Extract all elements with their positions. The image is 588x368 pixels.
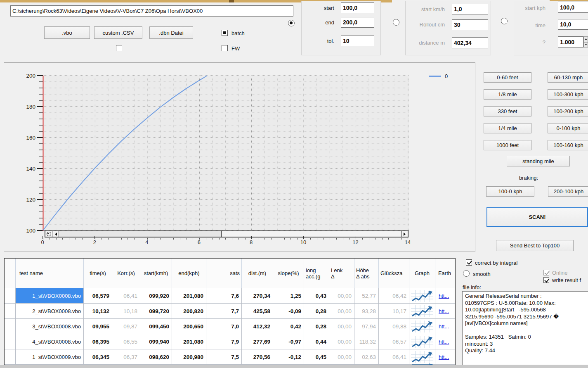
cell-lenk[interactable]: 00,00	[329, 319, 354, 334]
graph-icon[interactable]	[411, 321, 433, 332]
cell-dist[interactable]: 412,32	[242, 319, 273, 334]
mode-radio-distance[interactable]	[393, 19, 399, 26]
cell-glueck[interactable]: 06,57	[379, 334, 409, 349]
cell-korr[interactable]: 06,37	[112, 349, 140, 364]
send-best-to-top100-button[interactable]: Send Best to Top100	[496, 240, 574, 251]
mode-radio-time[interactable]	[501, 18, 508, 24]
standing-mile-button[interactable]: standing mile	[507, 156, 570, 166]
tol-field[interactable]	[341, 36, 374, 46]
end-field[interactable]	[341, 17, 374, 28]
column-header-name[interactable]: test name	[16, 259, 84, 288]
cell-end[interactable]: 200,980	[172, 349, 206, 364]
cell-glueck[interactable]: 10,17	[379, 304, 409, 318]
graph-icon[interactable]	[411, 336, 433, 348]
cell-time[interactable]: 06,345	[84, 349, 112, 364]
scrollbar-track[interactable]	[222, 231, 401, 237]
mode-radio-speed-range[interactable]	[288, 20, 295, 26]
correct-by-integral-checkbox[interactable]	[466, 259, 472, 266]
scrollbar-thumb[interactable]	[59, 231, 222, 237]
preset-100-300-kph-button[interactable]: 100-300 kph	[548, 89, 588, 100]
factor-field[interactable]	[558, 36, 583, 47]
preset-quarter-mile-button[interactable]: 1/4 mile	[484, 123, 531, 133]
cell-end[interactable]: 201,080	[172, 288, 206, 303]
cell-slope[interactable]: -0,09	[273, 304, 304, 318]
column-header-time[interactable]: time(s)	[84, 259, 112, 288]
csv-extra-checkbox[interactable]	[116, 45, 122, 51]
cell-acc[interactable]: 0,45	[304, 349, 329, 364]
cell-graph[interactable]	[409, 334, 435, 349]
cell-korr[interactable]: 09,87	[112, 319, 140, 334]
cell-hoehe[interactable]: 97,94	[354, 319, 379, 334]
batch-checkbox[interactable]	[222, 30, 228, 36]
cell-name[interactable]: 4_st\VBOX0008.vbo	[16, 334, 84, 349]
start-kmh-field[interactable]	[452, 4, 488, 14]
cell-start[interactable]: 098,620	[140, 349, 172, 364]
table-row[interactable]: 2_st\VBOX0008.vbo10,13210,18099,720200,8…	[5, 304, 455, 319]
cell-graph[interactable]	[409, 304, 435, 318]
cell-acc[interactable]: 0,44	[304, 334, 329, 349]
graph-icon[interactable]	[411, 290, 433, 302]
cell-glueck[interactable]: 09,88	[379, 319, 409, 334]
earth-link[interactable]: htt...	[439, 339, 449, 345]
cell-earth[interactable]: htt...	[435, 334, 454, 349]
column-header-lenk[interactable]: Lenk Δ	[329, 259, 354, 288]
preset-1000-feet-button[interactable]: 1000 feet	[484, 140, 531, 150]
cell-earth[interactable]: htt...	[435, 319, 454, 334]
preset-100-200-kph-button[interactable]: 100-200 kph	[548, 106, 588, 116]
cell-hoehe[interactable]: 02,63	[354, 349, 379, 364]
braking-200-100-kph-button[interactable]: 200-100 kph	[548, 186, 588, 197]
file-path-input[interactable]	[10, 5, 293, 17]
cell-slope[interactable]: 0,42	[273, 319, 304, 334]
table-row[interactable]: 1_st\VBOX0009.vbo06,34506,37098,620200,9…	[5, 349, 455, 365]
cell-graph[interactable]	[409, 349, 435, 364]
cell-graph[interactable]	[409, 288, 435, 303]
results-table[interactable]: test nametime(s)Korr.(s)start(kmh)end(kp…	[4, 258, 456, 368]
cell-name[interactable]: 1_st\VBOX0009.vbo	[16, 349, 84, 364]
cell-time[interactable]: 06,395	[84, 334, 112, 349]
earth-link[interactable]: htt...	[439, 323, 449, 330]
cell-end[interactable]: 200,820	[172, 304, 206, 318]
cell-dist[interactable]: 277,69	[242, 334, 273, 349]
cell-start[interactable]: 099,450	[140, 319, 172, 334]
cell-korr[interactable]: 06,55	[112, 334, 140, 349]
cell-earth[interactable]: htt...	[435, 288, 454, 303]
cell-sats[interactable]: 7,5	[206, 349, 242, 364]
cell-graph[interactable]	[409, 319, 435, 334]
column-header-start[interactable]: start(kmh)	[140, 259, 172, 288]
scroll-left-icon[interactable]	[52, 231, 59, 237]
graph-icon[interactable]	[411, 351, 433, 363]
time-field[interactable]	[558, 19, 588, 30]
fw-checkbox[interactable]	[222, 45, 228, 51]
preset-100-160-kph-button[interactable]: 100-160 kph	[548, 140, 588, 150]
cell-slope[interactable]: 1,25	[273, 288, 304, 303]
column-header-korr[interactable]: Korr.(s)	[112, 259, 140, 288]
cell-acc[interactable]: 0,28	[304, 319, 329, 334]
preset-0-60-feet-button[interactable]: 0-60 feet	[484, 72, 531, 83]
cell-korr[interactable]: 10,18	[112, 304, 140, 318]
preset-0-100-kph-button[interactable]: 0-100 kph	[548, 123, 588, 133]
cell-earth[interactable]: htt...	[435, 304, 454, 318]
cell-earth[interactable]: htt...	[435, 349, 454, 364]
cell-korr[interactable]: 06,41	[112, 288, 140, 303]
distance-m-field[interactable]	[452, 37, 488, 48]
cell-sats[interactable]: 7,7	[206, 304, 242, 318]
cell-start[interactable]: 099,920	[140, 288, 172, 303]
earth-link[interactable]: htt...	[439, 308, 449, 314]
cell-lenk[interactable]: 00,00	[329, 304, 354, 318]
cell-hoehe[interactable]: 118,32	[354, 334, 379, 349]
cell-lenk[interactable]: 00,00	[329, 334, 354, 349]
cell-dist[interactable]: 425,58	[242, 304, 273, 318]
column-header-glueck[interactable]: Glücksza	[379, 259, 409, 288]
cell-slope[interactable]: -0,12	[273, 349, 304, 364]
cell-time[interactable]: 09,955	[84, 319, 112, 334]
cell-end[interactable]: 200,650	[172, 319, 206, 334]
dbn-button[interactable]: .dbn Datei	[149, 26, 193, 39]
rollout-cm-field[interactable]	[452, 19, 488, 30]
column-header-acc[interactable]: long acc.(g	[304, 259, 329, 288]
row-header-corner[interactable]	[5, 259, 16, 288]
vbo-button[interactable]: .vbo	[44, 26, 90, 39]
cell-name[interactable]: 2_st\VBOX0008.vbo	[16, 304, 84, 318]
earth-link[interactable]: htt...	[439, 293, 449, 299]
start-kph-field[interactable]	[558, 2, 588, 13]
chart-scrollbar[interactable]	[45, 230, 409, 237]
